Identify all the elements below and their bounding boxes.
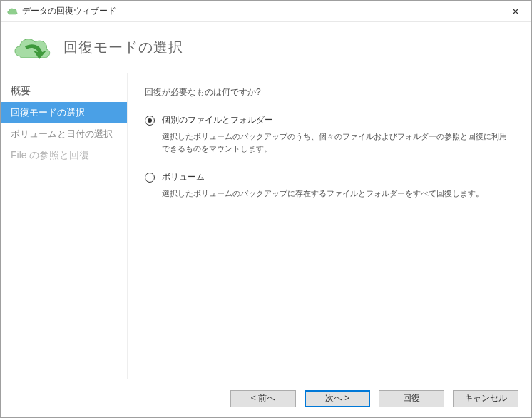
sidebar-item-overview[interactable]: 概要 — [1, 81, 127, 102]
wizard-header: 回復モードの選択 — [1, 22, 531, 73]
close-button[interactable] — [500, 1, 531, 21]
option-volume: ボリューム 選択したボリュームのバックアップに存在するファイルとフォルダーをすべ… — [145, 171, 514, 200]
radio-individual[interactable] — [145, 116, 155, 126]
wizard-window: データの回復ウィザード 回復モードの選択 概要 回復モードの選択 ボリュームと日… — [0, 0, 532, 418]
close-icon — [512, 8, 519, 15]
question-text: 回復が必要なものは何ですか? — [145, 86, 514, 98]
wizard-steps-sidebar: 概要 回復モードの選択 ボリュームと日付の選択 File の参照と回復 — [1, 73, 128, 379]
cancel-button[interactable]: キャンセル — [453, 390, 518, 407]
wizard-content: 回復が必要なものは何ですか? 個別のファイルとフォルダー 選択したボリュームのバ… — [128, 73, 531, 379]
option-individual-desc: 選択したボリュームのバックアップのうち、個々のファイルおよびフォルダーの参照と回… — [162, 131, 514, 154]
radio-volume[interactable] — [145, 173, 155, 183]
option-individual: 個別のファイルとフォルダー 選択したボリュームのバックアップのうち、個々のファイ… — [145, 114, 514, 154]
option-volume-desc: 選択したボリュームのバックアップに存在するファイルとフォルダーをすべて回復します… — [162, 188, 514, 200]
option-individual-label: 個別のファイルとフォルダー — [162, 114, 273, 126]
option-volume-label: ボリューム — [162, 171, 205, 183]
app-icon — [6, 6, 18, 17]
sidebar-item-volume-date[interactable]: ボリュームと日付の選択 — [1, 123, 127, 145]
recover-button[interactable]: 回復 — [379, 390, 444, 407]
sidebar-item-file-browse[interactable]: File の参照と回復 — [1, 145, 127, 166]
option-individual-row[interactable]: 個別のファイルとフォルダー — [145, 114, 514, 126]
next-button[interactable]: 次へ > — [305, 390, 370, 407]
wizard-footer: < 前へ 次へ > 回復 キャンセル — [1, 379, 531, 417]
window-title: データの回復ウィザード — [22, 5, 500, 17]
cloud-restore-icon — [9, 34, 55, 62]
wizard-body: 概要 回復モードの選択 ボリュームと日付の選択 File の参照と回復 回復が必… — [1, 73, 531, 379]
sidebar-item-recovery-mode[interactable]: 回復モードの選択 — [1, 102, 127, 123]
page-title: 回復モードの選択 — [63, 38, 183, 57]
option-volume-row[interactable]: ボリューム — [145, 171, 514, 183]
back-button[interactable]: < 前へ — [230, 390, 296, 407]
titlebar: データの回復ウィザード — [1, 1, 531, 22]
